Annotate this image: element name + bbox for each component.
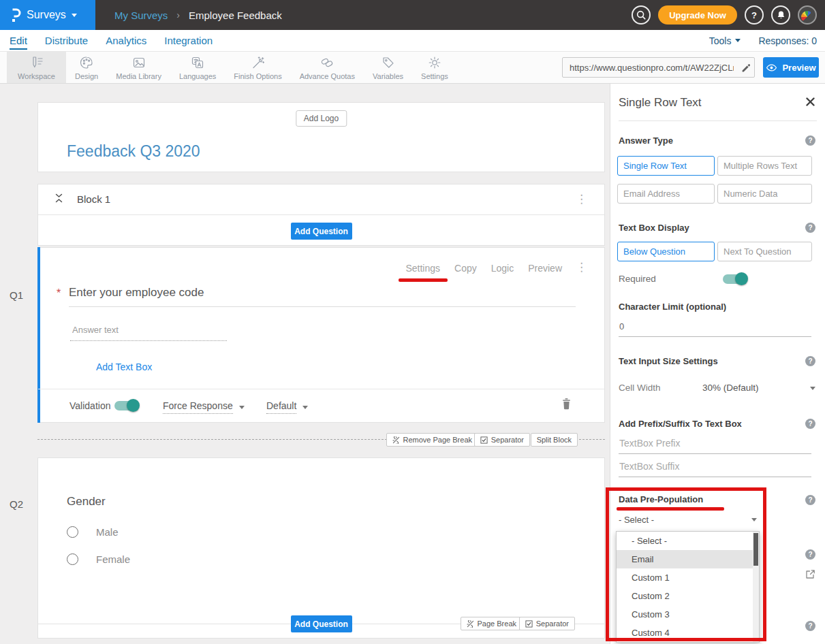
panel-title: Single Row Text (619, 96, 702, 110)
responses-count[interactable]: Responses: 0 (758, 35, 817, 46)
add-question-button-bottom[interactable]: Add Question (291, 615, 352, 632)
question-text-underline (69, 306, 576, 307)
textbox-prefix-input[interactable] (619, 438, 811, 454)
remove-page-break-button[interactable]: Remove Page Break (386, 433, 479, 447)
answer-type-single-row[interactable]: Single Row Text (617, 156, 715, 176)
toolbar-item-workspace[interactable]: Workspace (7, 52, 66, 83)
collapse-block-icon[interactable] (55, 193, 63, 203)
tab-question-logic[interactable]: Logic (491, 263, 514, 274)
gear-icon (427, 55, 442, 70)
radio-icon[interactable] (67, 553, 78, 565)
search-button[interactable] (632, 5, 651, 25)
app-label: Surveys (27, 9, 66, 21)
close-panel-button[interactable] (806, 97, 815, 106)
dropdown-scrollbar-thumb[interactable] (753, 533, 758, 566)
tab-analytics[interactable]: Analytics (106, 31, 146, 50)
breadcrumb-separator-icon (176, 10, 180, 20)
question-menu-icon[interactable] (576, 261, 587, 273)
dropdown-option-custom3[interactable]: Custom 3 (617, 605, 759, 624)
toolbar-item-advance-quotas[interactable]: Advance Quotas (291, 52, 364, 83)
textbox-suffix-input[interactable] (619, 462, 811, 477)
required-toggle[interactable] (723, 274, 747, 284)
split-block-button[interactable]: Split Block (531, 433, 578, 447)
add-logo-button[interactable]: Add Logo (296, 110, 347, 127)
dropdown-option-custom1[interactable]: Custom 1 (617, 568, 759, 587)
default-dropdown[interactable]: Default (266, 400, 308, 414)
help-icon[interactable] (805, 419, 815, 429)
page-break-button[interactable]: Page Break (461, 617, 523, 630)
q1-gutter-label: Q1 (10, 289, 23, 301)
dropdown-option-select[interactable]: - Select - (617, 532, 759, 550)
help-icon[interactable] (805, 135, 815, 146)
tab-integration[interactable]: Integration (164, 31, 213, 50)
answer-type-numeric[interactable]: Numeric Data (717, 184, 812, 204)
tab-question-preview[interactable]: Preview (528, 263, 562, 274)
question-1-text[interactable]: Enter your employee code (69, 286, 204, 300)
dropdown-option-email[interactable]: Email (617, 550, 759, 568)
display-next-to-question[interactable]: Next To Question (717, 242, 812, 261)
block-name[interactable]: Block 1 (77, 193, 110, 205)
breadcrumb-my-surveys[interactable]: My Surveys (114, 10, 168, 21)
toolbar-item-languages[interactable]: Languages (170, 52, 225, 83)
notifications-button[interactable] (771, 5, 790, 25)
help-icon[interactable] (805, 356, 815, 366)
data-prepopulation-select[interactable]: - Select - (619, 515, 757, 525)
radio-option-male[interactable]: Male (67, 526, 119, 538)
tab-distribute[interactable]: Distribute (45, 31, 88, 50)
tools-menu[interactable]: Tools (709, 35, 741, 46)
top-header-bar: Surveys My Surveys Employee Feedback Upg… (0, 0, 825, 30)
force-response-dropdown[interactable]: Force Response (163, 400, 245, 414)
help-icon[interactable] (805, 223, 815, 233)
pencil-icon (741, 63, 750, 72)
dropdown-option-custom2[interactable]: Custom 2 (617, 587, 759, 605)
answer-type-multiple-rows[interactable]: Multiple Rows Text (717, 156, 812, 176)
app-switcher[interactable]: Surveys (0, 0, 95, 30)
display-below-question[interactable]: Below Question (617, 242, 715, 261)
separator-toggle-button-2[interactable]: Separator (519, 617, 575, 630)
validation-toggle[interactable] (114, 401, 138, 410)
breadcrumb-current: Employee Feedback (189, 10, 282, 21)
help-icon[interactable] (805, 621, 815, 631)
question-2-card: Gender Male Female Add Question Page Bre… (37, 457, 605, 639)
tab-edit[interactable]: Edit (10, 31, 27, 50)
dropdown-option-custom4[interactable]: Custom 4 (617, 624, 759, 642)
question-settings-panel: Single Row Text Answer Type Single Row T… (610, 84, 825, 644)
toolbar-item-variables[interactable]: Variables (364, 52, 412, 83)
radio-icon[interactable] (67, 526, 78, 538)
toolbar-item-finish-options[interactable]: Finish Options (225, 52, 290, 83)
help-icon[interactable] (805, 495, 815, 505)
chevron-down-icon[interactable] (810, 387, 815, 390)
separator-toggle-button[interactable]: Separator (474, 433, 530, 447)
tab-question-copy[interactable]: Copy (454, 263, 477, 274)
add-text-box-link[interactable]: Add Text Box (96, 361, 152, 372)
external-link-icon[interactable] (805, 569, 815, 579)
toolbar-item-settings[interactable]: Settings (412, 52, 457, 83)
block-menu-icon[interactable] (576, 193, 587, 205)
toolbar-item-media-library[interactable]: Media Library (107, 52, 170, 83)
answer-text-input[interactable] (70, 325, 227, 341)
edit-url-button[interactable] (736, 63, 754, 72)
add-question-button-top[interactable]: Add Question (291, 223, 352, 240)
upgrade-now-button[interactable]: Upgrade Now (658, 5, 737, 25)
breadcrumb: My Surveys Employee Feedback (114, 10, 282, 21)
question-2-text[interactable]: Gender (67, 495, 106, 509)
survey-title[interactable]: Feedback Q3 2020 (67, 142, 200, 161)
q2-gutter-label: Q2 (10, 498, 23, 510)
toolbar-item-design[interactable]: Design (66, 52, 107, 83)
help-button[interactable] (745, 5, 764, 25)
trash-icon (561, 398, 572, 410)
answer-type-email[interactable]: Email Address (617, 184, 715, 204)
tools-label: Tools (709, 35, 732, 46)
cell-width-value[interactable]: 30% (Default) (702, 383, 759, 393)
tab-question-settings[interactable]: Settings (405, 263, 440, 274)
questionpro-logo-icon (11, 8, 21, 22)
help-icon[interactable] (805, 549, 815, 560)
user-avatar[interactable] (798, 5, 817, 25)
radio-option-female[interactable]: Female (67, 553, 130, 565)
block-header: Block 1 (38, 184, 604, 215)
survey-url-input[interactable] (563, 63, 736, 73)
delete-question-button[interactable] (561, 398, 572, 410)
preview-button[interactable]: Preview (763, 57, 819, 78)
dropdown-scrollbar-track[interactable] (753, 532, 759, 642)
character-limit-input[interactable] (619, 321, 811, 337)
